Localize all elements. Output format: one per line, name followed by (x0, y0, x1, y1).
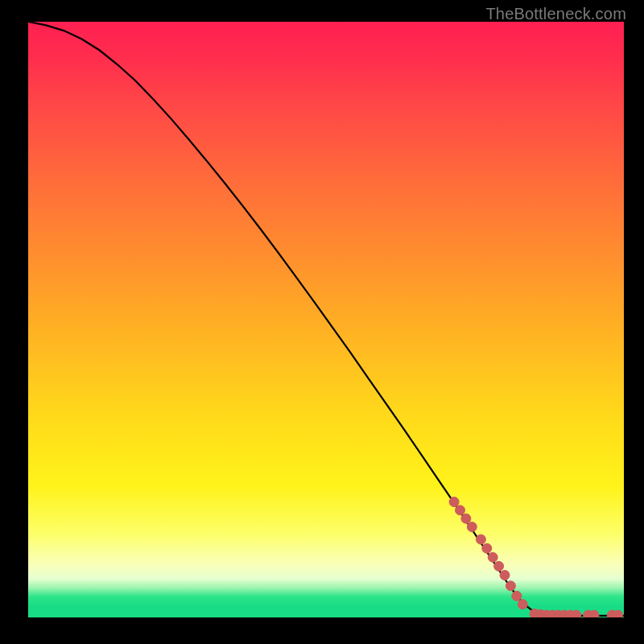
curve-path (28, 22, 624, 616)
data-marker (500, 570, 510, 580)
data-marker (613, 610, 623, 617)
data-marker (518, 600, 527, 609)
plot-area (28, 22, 624, 617)
data-marker (482, 543, 492, 553)
chart-frame: TheBottleneck.com (0, 0, 644, 644)
data-marker (488, 552, 497, 562)
data-marker (456, 506, 465, 515)
data-marker (512, 591, 522, 601)
data-marker (494, 561, 504, 571)
data-marker (476, 535, 485, 544)
data-marker (449, 497, 459, 506)
data-marker (589, 610, 599, 617)
data-marker (461, 514, 471, 523)
data-marker (506, 581, 515, 591)
marker-group (449, 497, 623, 617)
data-marker (467, 522, 477, 532)
chart-overlay (28, 22, 624, 617)
data-marker (572, 610, 581, 617)
attribution-text: TheBottleneck.com (485, 5, 626, 23)
